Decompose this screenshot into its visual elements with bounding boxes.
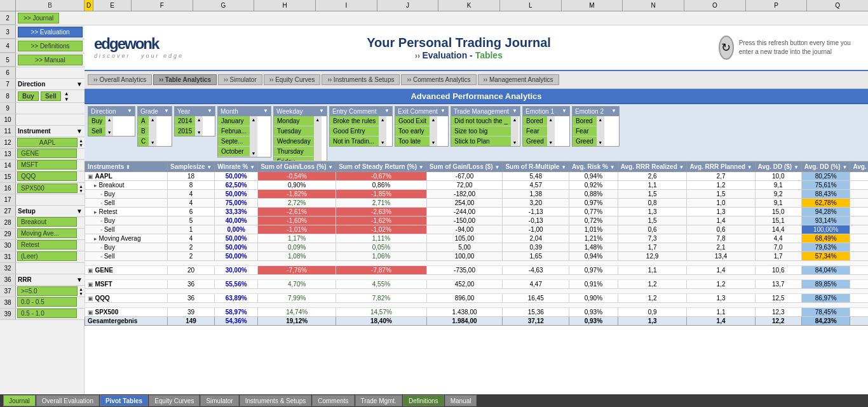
cell-winrate: 0,00% bbox=[215, 225, 258, 234]
th-r-multiple[interactable]: Sum of R-Multiple ▼ bbox=[503, 162, 569, 172]
cell-rrr-plan: 0,6 bbox=[687, 225, 755, 234]
nav-journal[interactable]: >> Journal bbox=[18, 13, 59, 23]
bottom-tab-pivot[interactable]: Pivot Tables bbox=[100, 395, 148, 406]
bottom-tab-equity[interactable]: Equity Curves bbox=[149, 395, 200, 406]
cell-rrr-real: 1,2 bbox=[618, 280, 687, 289]
filter-em2-fear[interactable]: Fear bbox=[573, 126, 597, 137]
filter-year-2014[interactable]: 2014 bbox=[175, 116, 195, 126]
instrument-spx500[interactable]: SPX500 bbox=[17, 183, 78, 193]
filter-em2-bored[interactable]: Bored bbox=[573, 116, 597, 126]
nav-evaluation[interactable]: >> Evaluation bbox=[18, 27, 83, 37]
cell-avg-risk: 0,88% bbox=[569, 190, 618, 199]
bottom-tab-definitions[interactable]: Definitions bbox=[403, 395, 444, 406]
cell-gain-loss-dollar: -67,00 bbox=[426, 172, 503, 181]
nav-management-analytics[interactable]: ›› Management Analytics bbox=[478, 74, 559, 85]
filter-grade-c[interactable]: C bbox=[138, 137, 149, 146]
instrument-qqq[interactable]: QQQ bbox=[17, 171, 77, 181]
nav-overall-analytics[interactable]: ›› Overall Analytics bbox=[88, 74, 152, 85]
data-table-container[interactable]: Instruments ⬆ Samplesize ▼ Winrate % ▼ S… bbox=[85, 161, 868, 394]
cell-avg-risk: 0,90% bbox=[569, 294, 618, 303]
filter-direction-arrow[interactable]: ▼ bbox=[127, 108, 132, 115]
th-updraw-dollar[interactable]: Avg. Updraw ($ ▼ bbox=[850, 162, 868, 172]
filter-em1-greed[interactable]: Greed bbox=[523, 137, 547, 146]
nav-manual[interactable]: >> Manual bbox=[18, 55, 83, 65]
th-rrr-real[interactable]: Avg. RRR Realized ▼ bbox=[618, 162, 687, 172]
setup-leer[interactable]: (Leer) bbox=[17, 251, 77, 261]
cell-steady-return: 14,57% bbox=[336, 308, 427, 317]
filter-grade-b[interactable]: B bbox=[138, 126, 149, 137]
filter-exit-good[interactable]: Good Exit bbox=[395, 116, 430, 126]
col-j: J bbox=[377, 0, 439, 11]
filter-weekday-wed[interactable]: Wednesday bbox=[274, 137, 314, 147]
filter-em1-fear[interactable]: Fear bbox=[523, 126, 547, 137]
filter-month-jan[interactable]: January bbox=[218, 116, 250, 126]
scroll-down-dir[interactable]: ▼ bbox=[64, 97, 69, 102]
instrument-msft[interactable]: MSFT bbox=[17, 160, 77, 170]
rrr-item-1[interactable]: >=5.0 bbox=[17, 286, 78, 296]
rrr-item-3[interactable]: 0.5 - 1.0 bbox=[17, 309, 77, 318]
filter-weekday-thu[interactable]: Thursday bbox=[274, 147, 314, 157]
filter-trade-did-not[interactable]: Did not touch the _ bbox=[451, 116, 511, 126]
filter-exit-late[interactable]: Too late bbox=[395, 137, 430, 146]
cell-rrr-real: 1,2 bbox=[618, 294, 687, 303]
filter-trade-size[interactable]: Size too big bbox=[451, 126, 511, 137]
nav-comments-analytics[interactable]: ›› Comments Analytics bbox=[401, 74, 476, 85]
bottom-tab-overall-eval[interactable]: Overall Evaluation bbox=[36, 395, 99, 406]
refresh-button[interactable]: ↻ bbox=[719, 36, 734, 60]
bottom-tab-simulator[interactable]: Simulator bbox=[200, 395, 238, 406]
scroll-up-dir[interactable]: ▲ bbox=[64, 91, 69, 97]
setup-retest[interactable]: Retest bbox=[17, 240, 77, 250]
filter-direction: Direction▼ Buy Sell ▲ ▼ bbox=[88, 106, 135, 137]
bottom-tab-manual[interactable]: Manual bbox=[445, 395, 477, 406]
setup-moving-ave[interactable]: Moving Ave... bbox=[17, 229, 77, 238]
filter-entry-not[interactable]: Not in Tradin... bbox=[330, 137, 379, 146]
nav-simulator[interactable]: ›› Simulator bbox=[218, 74, 262, 85]
filter-weekday-fri[interactable]: Friday bbox=[274, 157, 314, 161]
th-winrate[interactable]: Winrate % ▼ bbox=[215, 162, 258, 172]
filter-weekday-tue[interactable]: Tuesday bbox=[274, 126, 314, 137]
buy-button[interactable]: Buy bbox=[18, 91, 39, 101]
filter-trade-mgmt: Trade Management▼ Did not touch the _ Si… bbox=[451, 106, 520, 147]
filter-grade-a[interactable]: A bbox=[138, 116, 149, 126]
th-rrr-plan[interactable]: Avg. RRR Planned ▼ bbox=[687, 162, 755, 172]
filter-entry-good[interactable]: Good Entry bbox=[330, 126, 379, 137]
filter-em2-greed[interactable]: Greed bbox=[573, 137, 597, 146]
th-avg-risk[interactable]: Avg. Risk % ▼ bbox=[569, 162, 618, 172]
sort-instruments[interactable]: ⬆ bbox=[126, 164, 130, 170]
nav-table-analytics[interactable]: ›› Table Analytics bbox=[153, 74, 217, 85]
instrument-gene[interactable]: GENE bbox=[17, 149, 77, 158]
th-gain-loss-pct[interactable]: Sum of Gain/Loss (%) ▼ bbox=[258, 162, 336, 172]
filter-dir-buy[interactable]: Buy bbox=[88, 116, 105, 126]
nav-equity-curves[interactable]: ›› Equity Curves bbox=[264, 74, 321, 85]
instrument-aapl[interactable]: AAPL bbox=[17, 138, 78, 147]
bottom-tab-trade-mgmt[interactable]: Trade Mgmt. bbox=[355, 395, 402, 406]
bottom-tab-instruments[interactable]: Instruments & Setups bbox=[240, 395, 312, 406]
bottom-tab-journal[interactable]: Journal bbox=[3, 395, 36, 406]
filter-month-oct[interactable]: October bbox=[218, 147, 250, 157]
bottom-tab-comments[interactable]: Comments bbox=[312, 395, 354, 406]
nav-definitions[interactable]: >> Definitions bbox=[18, 41, 83, 51]
filter-weekday-mon[interactable]: Monday bbox=[274, 116, 314, 126]
th-avg-dd-pct[interactable]: Avg. DD (%) ▼ bbox=[801, 162, 850, 172]
sell-button[interactable]: Sell bbox=[41, 91, 61, 101]
cell-rrr-plan: 1,0 bbox=[687, 199, 755, 208]
th-instruments[interactable]: Instruments ⬆ bbox=[85, 162, 168, 172]
rrr-item-2[interactable]: 0.0 - 0.5 bbox=[17, 297, 77, 307]
cell-updraw-dollar: 6,4 bbox=[850, 252, 868, 261]
filter-trade-stick[interactable]: Stick to Plan bbox=[451, 137, 511, 146]
instrument-label: Instrument bbox=[18, 128, 51, 135]
nav-instruments-setups[interactable]: ›› Instruments & Setups bbox=[322, 74, 400, 85]
filter-exit-early[interactable]: Too early bbox=[395, 126, 430, 137]
filter-month-sep[interactable]: Septe... bbox=[218, 137, 250, 147]
filter-em1-bored[interactable]: Bored bbox=[523, 116, 547, 126]
filter-month-feb[interactable]: Februa... bbox=[218, 126, 250, 137]
filter-entry-broke[interactable]: Broke the rules bbox=[330, 116, 379, 126]
filter-year-2015[interactable]: 2015 bbox=[175, 126, 195, 136]
th-avg-dd-dollar[interactable]: Avg. DD ($) ▼ bbox=[755, 162, 801, 172]
setup-breakout[interactable]: Breakout bbox=[17, 217, 77, 227]
filter-dir-sell[interactable]: Sell bbox=[88, 126, 105, 136]
direction-label: Direction▼ bbox=[16, 79, 85, 90]
th-gain-loss-dollar[interactable]: Sum of Gain/Loss ($) ▼ bbox=[426, 162, 503, 172]
th-samplesize[interactable]: Samplesize ▼ bbox=[168, 162, 215, 172]
th-steady-return[interactable]: Sum of Steady Return (%) ▼ bbox=[336, 162, 427, 172]
